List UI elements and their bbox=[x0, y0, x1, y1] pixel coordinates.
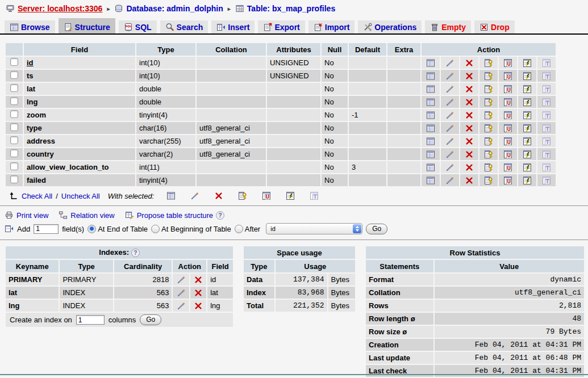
uncheck-all-link[interactable]: Uncheck All bbox=[61, 192, 100, 200]
edit-icon[interactable] bbox=[445, 72, 454, 81]
primary-key-icon[interactable] bbox=[484, 176, 493, 185]
create-index-go-button[interactable]: Go bbox=[140, 314, 161, 325]
unique-icon[interactable]: U bbox=[503, 150, 512, 159]
primary-key-icon[interactable] bbox=[484, 150, 493, 159]
browse-icon[interactable] bbox=[426, 176, 435, 185]
drop-icon[interactable] bbox=[465, 111, 474, 120]
fulltext-icon[interactable]: T bbox=[542, 176, 551, 185]
drop-icon[interactable] bbox=[214, 191, 223, 200]
edit-icon[interactable] bbox=[445, 176, 454, 185]
edit-icon[interactable] bbox=[177, 288, 186, 297]
drop-icon[interactable] bbox=[465, 124, 474, 133]
fulltext-icon[interactable]: T bbox=[542, 124, 551, 133]
primary-key-icon[interactable] bbox=[484, 111, 493, 120]
relation-view-link[interactable]: Relation view bbox=[70, 211, 114, 220]
help-icon[interactable] bbox=[131, 249, 140, 257]
tab-empty[interactable]: Empty bbox=[425, 20, 471, 33]
browse-icon[interactable] bbox=[426, 111, 435, 120]
propose-table-structure-link[interactable]: Propose table structure bbox=[137, 211, 213, 220]
index-icon[interactable] bbox=[523, 163, 532, 172]
index-icon[interactable] bbox=[286, 191, 295, 200]
edit-icon[interactable] bbox=[445, 137, 454, 146]
print-view-link[interactable]: Print view bbox=[16, 211, 48, 220]
edit-icon[interactable] bbox=[445, 124, 454, 133]
fulltext-icon[interactable]: T bbox=[542, 137, 551, 146]
drop-icon[interactable] bbox=[465, 98, 474, 107]
tab-operations[interactable]: Operations bbox=[358, 20, 422, 33]
index-icon[interactable] bbox=[523, 176, 532, 185]
browse-icon[interactable] bbox=[166, 191, 176, 200]
drop-icon[interactable] bbox=[465, 163, 474, 172]
radio-after[interactable] bbox=[235, 225, 243, 233]
drop-icon[interactable] bbox=[465, 150, 474, 159]
drop-icon[interactable] bbox=[194, 301, 203, 310]
row-checkbox[interactable] bbox=[10, 149, 18, 157]
edit-icon[interactable] bbox=[190, 191, 199, 200]
tab-import[interactable]: Import bbox=[308, 20, 355, 33]
index-icon[interactable] bbox=[523, 72, 532, 81]
drop-icon[interactable] bbox=[465, 85, 474, 94]
row-checkbox[interactable] bbox=[10, 110, 18, 118]
browse-icon[interactable] bbox=[426, 124, 435, 133]
unique-icon[interactable]: U bbox=[503, 85, 512, 94]
fulltext-icon[interactable]: T bbox=[542, 72, 551, 81]
add-field-count-input[interactable] bbox=[34, 224, 59, 234]
fulltext-icon[interactable]: T bbox=[542, 58, 551, 68]
radio-at-beginning-of-table[interactable] bbox=[151, 225, 160, 233]
tab-insert[interactable]: Insert bbox=[211, 20, 255, 33]
edit-icon[interactable] bbox=[445, 85, 454, 94]
browse-icon[interactable] bbox=[426, 150, 435, 159]
fulltext-icon[interactable]: T bbox=[310, 191, 319, 200]
primary-key-icon[interactable] bbox=[484, 98, 493, 107]
breadcrumb-database-link[interactable]: Database: admin_dolphin bbox=[126, 4, 223, 13]
browse-icon[interactable] bbox=[426, 85, 435, 94]
row-checkbox[interactable] bbox=[10, 58, 18, 66]
unique-icon[interactable]: U bbox=[503, 163, 512, 172]
primary-key-icon[interactable] bbox=[484, 58, 493, 68]
radio-at-end-of-table[interactable] bbox=[87, 225, 96, 233]
drop-icon[interactable] bbox=[465, 58, 474, 68]
edit-icon[interactable] bbox=[177, 301, 186, 310]
primary-key-icon[interactable] bbox=[484, 85, 493, 94]
tab-search[interactable]: Search bbox=[160, 20, 208, 33]
edit-icon[interactable] bbox=[177, 275, 186, 284]
fulltext-icon[interactable]: T bbox=[542, 111, 551, 120]
unique-icon[interactable]: U bbox=[503, 124, 512, 133]
drop-icon[interactable] bbox=[465, 137, 474, 146]
primary-key-icon[interactable] bbox=[484, 124, 493, 133]
row-checkbox[interactable] bbox=[10, 97, 18, 105]
browse-icon[interactable] bbox=[426, 72, 435, 81]
after-field-select[interactable]: id bbox=[266, 223, 362, 234]
index-icon[interactable] bbox=[523, 58, 532, 68]
index-icon[interactable] bbox=[523, 150, 532, 159]
edit-icon[interactable] bbox=[445, 58, 454, 68]
tab-browse[interactable]: Browse bbox=[5, 20, 55, 33]
index-icon[interactable] bbox=[523, 124, 532, 133]
fulltext-icon[interactable]: T bbox=[542, 85, 551, 94]
browse-icon[interactable] bbox=[426, 163, 435, 172]
drop-icon[interactable] bbox=[194, 288, 203, 297]
fulltext-icon[interactable]: T bbox=[542, 150, 551, 159]
breadcrumb-server-link[interactable]: Server: localhost:3306 bbox=[18, 4, 102, 13]
help-icon[interactable] bbox=[216, 211, 224, 220]
check-all-link[interactable]: Check All bbox=[22, 192, 52, 200]
unique-icon[interactable]: U bbox=[503, 176, 512, 185]
fulltext-icon[interactable]: T bbox=[542, 98, 551, 107]
unique-icon[interactable]: U bbox=[503, 137, 512, 146]
unique-icon[interactable]: U bbox=[503, 72, 512, 81]
row-checkbox[interactable] bbox=[10, 136, 18, 144]
index-icon[interactable] bbox=[523, 137, 532, 146]
index-icon[interactable] bbox=[523, 85, 532, 94]
edit-icon[interactable] bbox=[445, 163, 454, 172]
index-icon[interactable] bbox=[523, 98, 532, 107]
unique-icon[interactable]: U bbox=[262, 191, 271, 200]
row-checkbox[interactable] bbox=[10, 71, 18, 79]
breadcrumb-table-link[interactable]: Table: bx_map_profiles bbox=[247, 4, 335, 13]
drop-icon[interactable] bbox=[465, 176, 474, 185]
unique-icon[interactable]: U bbox=[503, 98, 512, 107]
primary-key-icon[interactable] bbox=[484, 137, 493, 146]
row-checkbox[interactable] bbox=[10, 162, 18, 170]
add-field-go-button[interactable]: Go bbox=[366, 224, 387, 234]
drop-icon[interactable] bbox=[194, 275, 203, 284]
edit-icon[interactable] bbox=[445, 111, 454, 120]
